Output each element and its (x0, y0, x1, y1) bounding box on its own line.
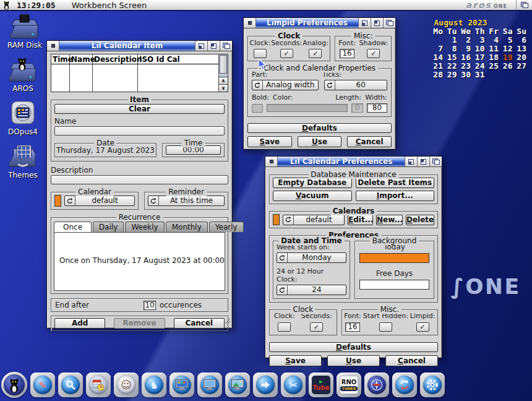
cancel-button[interactable]: Cancel (385, 355, 438, 366)
dock-icon-scissors[interactable]: ✂ (281, 373, 306, 397)
calendar-color-swatch[interactable] (54, 195, 61, 207)
resize-handle[interactable] (225, 315, 231, 327)
reminder-cycle[interactable]: At this time (148, 196, 225, 206)
defaults-button[interactable]: Defaults (269, 342, 438, 352)
tab-weekly[interactable]: Weekly (125, 222, 164, 232)
recurrence-group: Recurrence OnceDailyWeeklyMonthlyYearly … (51, 217, 228, 294)
limpid-checkbox[interactable]: ✓ (416, 322, 429, 332)
dock-icon-compass-browser[interactable] (364, 373, 389, 397)
use-button[interactable]: Use (327, 355, 380, 366)
dock-icon-chess-knight[interactable]: ♞ (142, 373, 166, 397)
start-hidden-checkbox[interactable] (379, 322, 392, 332)
shadow-checkbox[interactable]: ✓ (367, 49, 380, 58)
tab-yearly[interactable]: Yearly (209, 222, 244, 232)
end-after-field[interactable]: 10 (144, 301, 156, 310)
scroll-down-button[interactable]: ∨ (219, 84, 228, 92)
titlebar[interactable]: Lil Calendar Item (47, 41, 232, 51)
dock-icon-workbench-screens[interactable] (169, 373, 194, 397)
depth-gadget[interactable] (220, 41, 232, 51)
delete-past-items-button[interactable]: Delete Past Items (356, 178, 435, 188)
dock-icon-picture-viewer[interactable] (225, 373, 250, 397)
close-gadget[interactable] (244, 18, 256, 28)
scroll-up-button[interactable]: ∧ (219, 77, 228, 84)
screen-depth-gadget[interactable] (516, 0, 532, 10)
aros-logo-suffix: ONE (494, 4, 507, 9)
iconify-gadget[interactable] (195, 41, 207, 51)
width-field[interactable]: 80 (367, 103, 387, 113)
clear-button[interactable]: Clear (54, 104, 225, 114)
font-size-field[interactable]: 16 (340, 49, 354, 58)
desktop-icon-aros[interactable]: AROS (1, 57, 45, 93)
use-button[interactable]: Use (298, 136, 342, 147)
tab-monthly[interactable]: Monthly (166, 222, 208, 232)
dock-icon-monitor[interactable] (197, 373, 222, 397)
desktop-icon-themes[interactable]: Themes (1, 144, 45, 179)
length-label: Length: (335, 93, 365, 101)
calendars-cycle[interactable]: default (283, 215, 345, 225)
defaults-button[interactable]: Defaults (247, 123, 392, 133)
analog-checkbox[interactable]: ✓ (309, 49, 322, 58)
clock-checkbox[interactable] (278, 322, 291, 332)
name-field[interactable] (54, 126, 225, 136)
bold-checkbox[interactable] (252, 104, 263, 113)
ticks-cycle[interactable]: 60 (324, 80, 387, 90)
add-button[interactable]: Add (54, 318, 105, 329)
description-field[interactable] (51, 175, 228, 184)
save-button[interactable]: Save (269, 355, 322, 366)
dock-icon-aros-mascot[interactable] (1, 372, 27, 398)
import-button[interactable]: Import... (356, 191, 435, 201)
zoom-gadget[interactable] (371, 18, 383, 28)
remove-button[interactable]: Remove (114, 318, 165, 329)
desktop-icon-ram-disk[interactable]: RAM Disk (3, 14, 46, 50)
zoom-gadget[interactable] (207, 41, 220, 51)
close-gadget[interactable] (265, 157, 278, 166)
items-list[interactable]: Time Name Description ISO Id Cal ∧ ∨ (51, 54, 228, 92)
new-button[interactable]: New... (376, 215, 403, 225)
hour-clock-cycle[interactable]: 24 (277, 285, 346, 295)
calendar-day: 24 (473, 62, 487, 71)
vacuum-button[interactable]: Vacuum (273, 191, 352, 201)
scrollbar-thumb[interactable] (220, 55, 227, 74)
themes-drawer-icon (1, 144, 45, 170)
calendar-cycle[interactable]: default (64, 196, 135, 206)
iconify-gadget[interactable] (405, 157, 417, 166)
part-cycle[interactable]: Analog width (252, 80, 319, 90)
seconds-checkbox[interactable]: ✓ (310, 322, 323, 332)
iconify-gadget[interactable] (358, 18, 371, 28)
clock-checkbox[interactable] (254, 49, 267, 58)
date-value[interactable]: Thursday, 17 August 2023 (56, 146, 155, 155)
dock-icon-search[interactable] (58, 373, 83, 397)
dock-icon-tube[interactable]: ▶Tube (309, 373, 333, 397)
titlebar[interactable]: Lil Calendar Preferences (265, 157, 442, 167)
dock-icon-text-editor[interactable]: ✎ (30, 373, 55, 397)
close-gadget[interactable] (47, 41, 59, 51)
cancel-button[interactable]: Cancel (174, 318, 225, 329)
vertical-scrollbar[interactable]: ∧ ∨ (218, 54, 228, 92)
seconds-checkbox[interactable]: ✓ (280, 49, 293, 58)
desktop-icon-dopus4[interactable]: DOpus4 (1, 100, 45, 136)
delete-button[interactable]: Delete (406, 215, 434, 225)
dock-icon-person[interactable]: ☺ (114, 373, 139, 397)
color-bar[interactable] (267, 104, 348, 112)
cancel-button[interactable]: Cancel (347, 136, 392, 147)
dock-icon-calendar-clock[interactable] (86, 373, 111, 397)
dock-icon-sync[interactable] (392, 373, 417, 397)
free-days-color-swatch[interactable] (359, 280, 429, 290)
zoom-gadget[interactable] (417, 157, 429, 166)
depth-gadget[interactable] (383, 18, 395, 28)
empty-database-button[interactable]: Empty Database (273, 178, 352, 188)
tab-daily[interactable]: Daily (93, 222, 124, 232)
calendar-color-swatch[interactable] (273, 214, 280, 225)
week-starts-cycle[interactable]: Monday (277, 252, 346, 263)
depth-gadget[interactable] (429, 157, 442, 166)
save-button[interactable]: Save (247, 136, 292, 147)
tab-once[interactable]: Once (54, 222, 92, 232)
dock-icon-rno-tunes[interactable]: RNOTUNES (337, 373, 361, 397)
titlebar[interactable]: Limpid Preferences (244, 18, 395, 28)
dock-icon-settings-gear[interactable] (420, 373, 445, 397)
font-size-field[interactable]: 16 (345, 322, 360, 332)
edit-button[interactable]: Edit... (348, 215, 373, 225)
close-icon (270, 160, 273, 163)
today-color-swatch[interactable] (359, 253, 429, 263)
dock-icon-share-arrow[interactable] (253, 373, 278, 397)
